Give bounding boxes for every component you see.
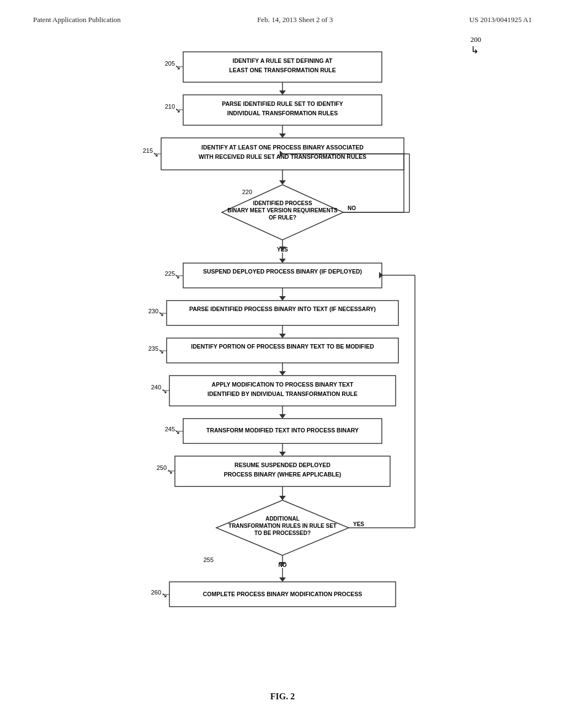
svg-text:IDENTIFIED PROCESS: IDENTIFIED PROCESS [253, 200, 312, 206]
svg-text:220: 220 [242, 189, 252, 195]
page-header: Patent Application Publication Feb. 14, … [0, 0, 565, 30]
svg-rect-45 [183, 263, 382, 288]
svg-text:ADDITIONAL: ADDITIONAL [265, 516, 300, 522]
svg-text:↘: ↘ [174, 428, 180, 436]
svg-marker-88 [279, 496, 286, 500]
svg-text:SUSPEND DEPLOYED PROCESS BINAR: SUSPEND DEPLOYED PROCESS BINARY (IF DEPL… [203, 268, 362, 275]
svg-marker-23 [279, 180, 286, 185]
svg-rect-52 [167, 301, 398, 325]
svg-text:260: 260 [151, 589, 161, 596]
svg-text:↘: ↘ [167, 468, 173, 475]
header-left: Patent Application Publication [33, 15, 121, 24]
svg-text:NO: NO [348, 205, 356, 211]
svg-text:230: 230 [148, 308, 158, 314]
svg-text:COMPLETE PROCESS BINARY MODIFI: COMPLETE PROCESS BINARY MODIFICATION PRO… [203, 591, 363, 597]
svg-text:IDENTIFIED BY INDIVIDUAL TRANS: IDENTIFIED BY INDIVIDUAL TRANSFORMATION … [207, 390, 358, 397]
svg-text:PARSE IDENTIFIED PROCESS BINAR: PARSE IDENTIFIED PROCESS BINARY INTO TEX… [189, 306, 376, 312]
svg-marker-80 [279, 452, 286, 456]
svg-text:215: 215 [143, 147, 153, 154]
svg-text:↘: ↘ [174, 272, 180, 280]
svg-text:LEAST ONE TRANSFORMATION RULE: LEAST ONE TRANSFORMATION RULE [229, 67, 335, 73]
svg-marker-51 [279, 296, 286, 301]
svg-text:245: 245 [165, 426, 175, 432]
svg-text:IDENTIFY AT LEAST ONE PROCESS : IDENTIFY AT LEAST ONE PROCESS BINARY ASS… [201, 144, 364, 151]
svg-marker-65 [279, 371, 286, 376]
ref-200: 200↳ [471, 35, 482, 56]
svg-text:IDENTIFY A RULE SET DEFINING A: IDENTIFY A RULE SET DEFINING AT [232, 57, 333, 64]
svg-text:↘: ↘ [158, 310, 164, 318]
svg-text:↘: ↘ [162, 591, 167, 599]
svg-text:↘: ↘ [175, 63, 180, 71]
svg-text:TRANSFORMATION RULES IN RULE S: TRANSFORMATION RULES IN RULE SET [228, 523, 337, 529]
svg-marker-58 [279, 334, 286, 338]
svg-text:250: 250 [157, 464, 167, 471]
svg-text:TRANSFORM MODIFIED TEXT INTO P: TRANSFORM MODIFIED TEXT INTO PROCESS BIN… [206, 427, 359, 433]
svg-marker-33 [279, 259, 286, 263]
svg-text:205: 205 [165, 60, 175, 67]
svg-marker-73 [279, 414, 286, 419]
svg-text:YES: YES [353, 521, 364, 527]
svg-text:TO BE PROCESSED?: TO BE PROCESSED? [254, 530, 311, 536]
svg-text:INDIVIDUAL TRANSFORMATION RULE: INDIVIDUAL TRANSFORMATION RULES [227, 110, 338, 116]
header-right: US 2013/0041925 A1 [470, 15, 532, 24]
svg-text:↘: ↘ [158, 347, 164, 355]
svg-text:240: 240 [151, 384, 161, 390]
svg-text:BINARY MEET VERSION REQUIREMEN: BINARY MEET VERSION REQUIREMENTS [227, 207, 338, 213]
svg-marker-7 [279, 90, 286, 95]
svg-text:PARSE IDENTIFIED RULE SET TO I: PARSE IDENTIFIED RULE SET TO IDENTIFY [222, 100, 343, 107]
svg-text:↘: ↘ [153, 151, 158, 158]
svg-text:↘: ↘ [162, 387, 167, 395]
fig-label: FIG. 2 [270, 692, 295, 702]
flowchart-svg: IDENTIFY A RULE SET DEFINING AT LEAST ON… [89, 46, 476, 681]
svg-text:255: 255 [204, 556, 214, 563]
diagram-container: 200↳ IDENTIFY A RULE SET DEFINING AT LEA… [0, 30, 565, 724]
svg-marker-15 [279, 133, 286, 138]
svg-text:↘: ↘ [175, 106, 180, 114]
header-middle: Feb. 14, 2013 Sheet 2 of 3 [257, 15, 333, 24]
svg-text:PROCESS BINARY (WHERE APPLICAB: PROCESS BINARY (WHERE APPLICABLE) [224, 471, 342, 478]
svg-text:APPLY MODIFICATION TO PROCESS : APPLY MODIFICATION TO PROCESS BINARY TEX… [212, 381, 354, 388]
svg-text:OF RULE?: OF RULE? [269, 215, 296, 221]
svg-text:RESUME SUSPENDED DEPLOYED: RESUME SUSPENDED DEPLOYED [234, 462, 331, 468]
svg-text:210: 210 [165, 103, 175, 110]
svg-text:IDENTIFY PORTION OF PROCESS BI: IDENTIFY PORTION OF PROCESS BINARY TEXT … [191, 343, 374, 350]
svg-text:225: 225 [165, 270, 175, 277]
svg-text:235: 235 [148, 345, 158, 352]
svg-rect-59 [167, 338, 398, 363]
svg-marker-103 [279, 577, 286, 582]
